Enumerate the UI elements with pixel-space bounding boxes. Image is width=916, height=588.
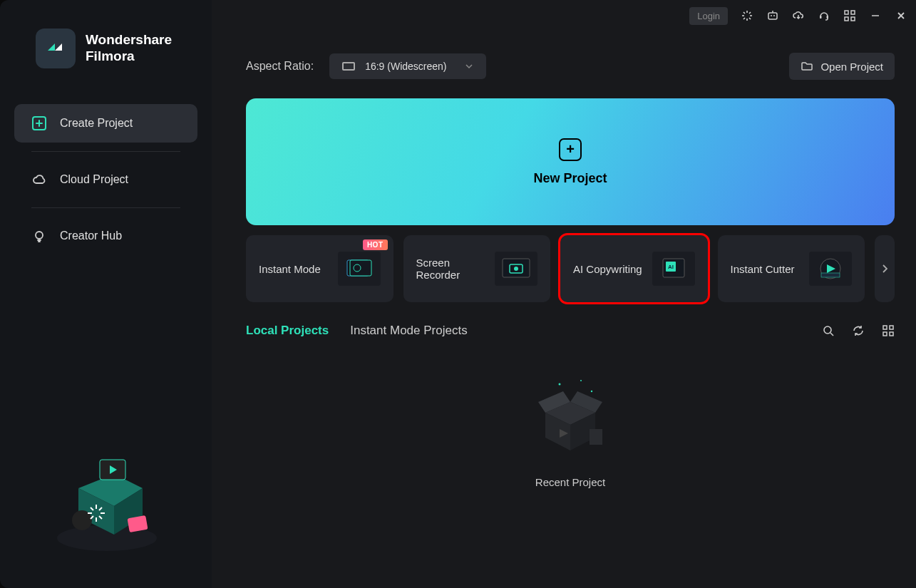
card-label: Instant Cutter [731,263,803,275]
svg-line-21 [749,12,751,14]
svg-rect-53 [590,429,602,445]
svg-point-38 [514,267,518,271]
logo-icon [36,29,76,68]
aspect-ratio-row: Aspect Ratio: 16:9 (Widescreen) Open Pro… [246,53,895,80]
svg-rect-46 [883,326,887,329]
more-cards-button[interactable] [875,235,895,302]
tab-local-projects[interactable]: Local Projects [246,324,329,338]
aspect-ratio-select[interactable]: 16:9 (Widescreen) [329,53,486,79]
svg-point-23 [771,15,772,16]
card-label: AI Copywriting [573,263,645,275]
open-project-button[interactable]: Open Project [789,53,895,80]
app-logo: Wondershare Filmora [14,29,197,68]
instant-cutter-icon [809,252,852,286]
title-bar: Login [212,0,916,31]
brand-line1: Wondershare [86,32,172,48]
sidebar-item-create-project[interactable]: Create Project [14,104,197,143]
new-project-label: New Project [533,171,607,186]
svg-rect-47 [890,326,893,329]
svg-point-44 [824,326,831,334]
svg-point-52 [591,391,592,392]
plus-icon: + [559,138,582,161]
aspect-ratio-value: 16:9 (Widescreen) [365,61,455,72]
apps-icon[interactable] [843,9,856,22]
instant-mode-icon [338,252,381,286]
search-icon[interactable] [822,324,835,337]
empty-caption: Recent Project [535,476,605,488]
aspect-ratio-label: Aspect Ratio: [246,60,314,73]
svg-rect-28 [845,11,848,14]
card-instant-mode[interactable]: Instant Mode HOT [246,235,393,302]
svg-rect-27 [827,16,829,19]
cloud-icon [31,172,47,187]
card-screen-recorder[interactable]: Screen Recorder [403,235,551,302]
divider [31,151,180,152]
cloud-download-icon[interactable] [792,9,805,22]
chevron-right-icon [881,264,888,274]
sidebar-item-cloud-project[interactable]: Cloud Project [14,160,197,199]
svg-rect-22 [768,13,777,19]
svg-point-24 [773,15,775,16]
loading-icon [741,9,753,22]
robot-icon[interactable] [766,9,779,22]
main-area: Login Aspect [212,0,916,588]
empty-state: Recent Project [246,373,895,488]
refresh-icon[interactable] [852,324,865,337]
close-icon[interactable] [895,9,907,22]
card-ai-copywriting[interactable]: AI Copywriting AI [560,235,708,302]
screen-recorder-icon [495,252,537,286]
sidebar-item-label: Create Project [60,117,133,130]
svg-rect-26 [820,16,822,19]
svg-line-45 [830,333,833,336]
svg-text:AI: AI [668,264,674,270]
brand-line2: Filmora [86,48,172,65]
project-tabs: Local Projects Instant Mode Projects [246,324,895,338]
folder-icon [801,60,813,73]
svg-line-18 [743,12,745,14]
bulb-icon [31,228,47,244]
svg-rect-31 [851,17,855,21]
hot-badge: HOT [363,239,388,250]
svg-rect-48 [883,332,887,336]
card-label: Instant Mode [259,263,331,275]
logo-text: Wondershare Filmora [86,32,172,65]
plus-square-icon [31,115,47,131]
sidebar-illustration [43,431,171,559]
divider [31,207,180,208]
new-project-button[interactable]: + New Project [246,98,895,225]
svg-rect-49 [890,332,893,336]
sidebar-item-label: Cloud Project [60,173,128,186]
svg-point-51 [580,380,582,381]
minimize-icon[interactable] [869,9,882,22]
content: Aspect Ratio: 16:9 (Widescreen) Open Pro… [212,31,916,588]
feature-cards: Instant Mode HOT Screen Recorder AI Copy… [246,235,895,302]
login-button[interactable]: Login [689,7,728,25]
card-label: Screen Recorder [416,257,488,281]
tab-instant-mode-projects[interactable]: Instant Mode Projects [350,324,467,338]
svg-line-20 [743,18,745,19]
svg-point-1 [36,232,43,239]
card-instant-cutter[interactable]: Instant Cutter [718,235,865,302]
sidebar-item-creator-hub[interactable]: Creator Hub [14,217,197,255]
svg-point-50 [559,383,561,386]
app-window: Wondershare Filmora Create Project Cloud… [0,0,916,588]
svg-line-19 [749,18,751,19]
headset-icon[interactable] [818,9,830,22]
grid-view-icon[interactable] [882,324,895,337]
svg-rect-29 [851,11,855,14]
sidebar: Wondershare Filmora Create Project Cloud… [0,0,212,588]
ai-copywriting-icon: AI [652,252,695,286]
svg-rect-43 [821,273,840,277]
monitor-icon [342,62,355,71]
empty-box-icon [524,373,617,459]
sidebar-item-label: Creator Hub [60,229,122,242]
open-project-label: Open Project [820,61,883,73]
chevron-down-icon [465,62,473,71]
sidebar-nav: Create Project Cloud Project Creator Hub [14,104,197,255]
svg-rect-30 [845,17,848,21]
